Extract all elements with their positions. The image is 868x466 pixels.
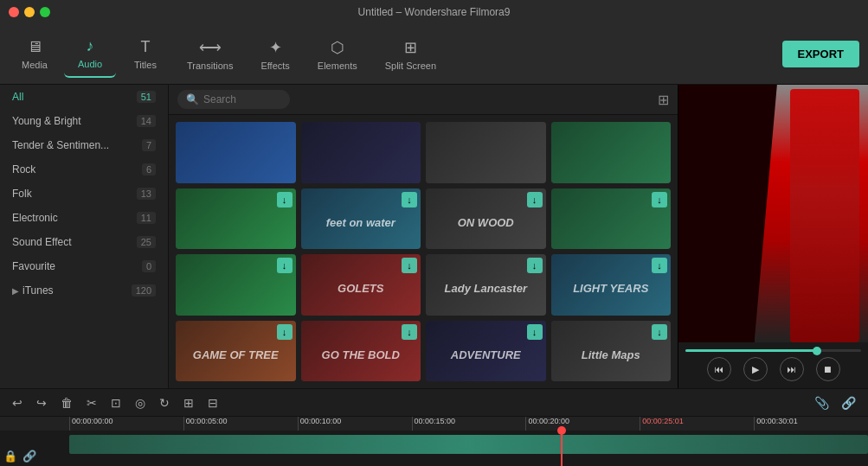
download-btn-m10[interactable]: ↓ (402, 258, 417, 273)
playback-buttons: ⏮ ▶ ⏭ ⏹ (685, 357, 861, 381)
media-card-m9[interactable]: ↓Garret B...Star Dust (176, 254, 296, 316)
media-card-m6[interactable]: feet on water↓Feet On...d Moment (301, 188, 421, 250)
sidebar-item-favourite[interactable]: Favourite 0 (0, 254, 168, 278)
sidebar-tender-label: Tender & Sentimen... (12, 139, 109, 151)
search-input[interactable] (203, 93, 281, 105)
sidebar-item-soundeffect[interactable]: Sound Effect 25 (0, 230, 168, 254)
media-card-m7[interactable]: ON WOOD↓Feet on...Way Down (426, 188, 546, 250)
sidebar-item-tender[interactable]: Tender & Sentimen... 7 (0, 133, 168, 157)
delete-button[interactable]: 🗑 (57, 394, 76, 412)
forward-button[interactable]: ⏭ (780, 357, 804, 381)
sidebar-itunes-count: 120 (132, 284, 156, 297)
play-button[interactable]: ▶ (743, 357, 768, 381)
sidebar-soundeffect-label: Sound Effect (12, 236, 72, 248)
download-btn-m14[interactable]: ↓ (402, 324, 417, 340)
media-icon: 🖥 (27, 38, 42, 56)
sidebar-all-label: All (12, 91, 23, 103)
lock-button[interactable]: 🔒 (3, 450, 17, 463)
toolbar-elements[interactable]: ⬡ Elements (305, 30, 370, 78)
toolbar-effects[interactable]: ✦ Effects (248, 30, 301, 78)
sidebar-tender-count: 7 (142, 139, 156, 151)
download-btn-m8[interactable]: ↓ (652, 192, 667, 207)
toolbar-splitscreen[interactable]: ⊞ Split Screen (373, 30, 448, 78)
undo-button[interactable]: ↩ (9, 394, 26, 412)
sidebar-youngbright-count: 14 (137, 115, 156, 127)
sidebar-item-folk[interactable]: Folk 13 (0, 182, 168, 206)
splitscreen-label: Split Screen (385, 61, 436, 71)
adjust-button[interactable]: ⊟ (204, 394, 222, 412)
titlebar: Untitled – Wondershare Filmora9 (0, 0, 868, 24)
sidebar-item-itunes[interactable]: ▶ iTunes 120 (0, 278, 168, 303)
media-card-m1[interactable]: Benjamin... – Lullaby (176, 122, 296, 183)
ruler-tick-2: 00:00:10:00 (298, 417, 412, 431)
sidebar-rock-label: Rock (12, 163, 35, 176)
media-card-m13[interactable]: GAME OF TREE↓Lights on...Of Trees (176, 321, 296, 382)
link-button[interactable]: 🔗 (838, 394, 859, 412)
progress-bar[interactable] (685, 349, 861, 352)
snap-button[interactable]: 📎 (811, 394, 833, 412)
effects-label: Effects (260, 61, 289, 71)
toolbar-titles[interactable]: T Titles (119, 30, 171, 78)
sidebar-item-all[interactable]: All 51 (0, 85, 168, 109)
download-btn-m5[interactable]: ↓ (277, 192, 293, 207)
maximize-button[interactable] (40, 7, 50, 17)
toolbar-media[interactable]: 🖥 Media (9, 30, 61, 78)
transitions-icon: ⟷ (199, 38, 222, 57)
download-btn-m12[interactable]: ↓ (652, 258, 667, 273)
media-card-m8[interactable]: ↓Garret B...e – Infinite (551, 188, 672, 250)
sidebar-item-rock[interactable]: Rock 6 (0, 157, 168, 182)
export-button[interactable]: EXPORT (782, 41, 859, 67)
cut-button[interactable]: ✂ (83, 394, 100, 412)
media-card-m15[interactable]: ADVENTURE↓Lior seke...dventure (426, 321, 546, 382)
sidebar-item-youngbright[interactable]: Young & Bright 14 (0, 109, 168, 133)
sidebar-folk-label: Folk (12, 188, 32, 200)
ruler-tick-1: 00:00:05:00 (183, 417, 298, 431)
toolbar-transitions[interactable]: ⟷ Transitions (175, 30, 245, 78)
media-card-m16[interactable]: Little Maps↓Little Maps – Eddie (551, 321, 672, 382)
media-card-m4[interactable]: Earth – T...emories (551, 122, 672, 183)
media-card-m14[interactable]: GO THE BOLD↓Lights on...e For Us (301, 321, 421, 382)
rotate-button[interactable]: ↻ (156, 394, 173, 412)
sidebar-item-electronic[interactable]: Electronic 11 (0, 206, 168, 230)
media-card-m12[interactable]: LIGHT YEARS↓Light Yea...Take Off (551, 254, 672, 316)
link2-button[interactable]: 🔗 (23, 450, 36, 463)
titles-icon: T (141, 38, 151, 56)
media-card-m3[interactable]: Drift – Pages Turn (426, 122, 546, 183)
download-btn-m16[interactable]: ↓ (652, 324, 667, 340)
timeline-area: ↩ ↪ 🗑 ✂ ⊡ ◎ ↻ ⊞ ⊟ 📎 🔗 00:00:00:00 00:00:… (0, 388, 868, 466)
preview-panel: ⏮ ▶ ⏭ ⏹ (678, 85, 868, 388)
transform-button[interactable]: ⊞ (180, 394, 197, 412)
window-controls[interactable] (9, 7, 50, 17)
sidebar-soundeffect-count: 25 (137, 236, 156, 248)
download-btn-m6[interactable]: ↓ (402, 192, 417, 207)
media-card-m2[interactable]: Drift – Drift (301, 122, 421, 183)
toolbar-items: 🖥 Media ♪ Audio T Titles ⟷ Transitions ✦… (9, 30, 782, 78)
close-button[interactable] (9, 7, 19, 17)
search-icon: 🔍 (186, 93, 199, 105)
media-card-m5[interactable]: ↓Eldar Ke...u And Me (176, 188, 296, 250)
window-title: Untitled – Wondershare Filmora9 (358, 6, 511, 18)
search-box: 🔍 (177, 90, 290, 109)
download-btn-m7[interactable]: ↓ (527, 192, 543, 207)
redo-button[interactable]: ↪ (33, 394, 50, 412)
sidebar-electronic-count: 11 (137, 212, 156, 224)
timeline-ruler: 00:00:00:00 00:00:05:00 00:00:10:00 00:0… (0, 417, 868, 431)
download-btn-m15[interactable]: ↓ (527, 324, 543, 340)
download-btn-m9[interactable]: ↓ (277, 258, 293, 273)
media-card-m11[interactable]: Lady Lancaster↓Lady Lan...rland Sky (426, 254, 546, 316)
elements-label: Elements (318, 61, 357, 71)
splitscreen-icon: ⊞ (404, 38, 417, 57)
minimize-button[interactable] (24, 7, 35, 17)
audio-button[interactable]: ◎ (132, 394, 149, 412)
stop-button[interactable]: ⏹ (816, 357, 840, 381)
download-btn-m11[interactable]: ↓ (527, 258, 543, 273)
progress-thumb (813, 347, 821, 355)
download-btn-m13[interactable]: ↓ (277, 324, 293, 340)
main-toolbar: 🖥 Media ♪ Audio T Titles ⟷ Transitions ✦… (0, 24, 868, 85)
rewind-button[interactable]: ⏮ (707, 357, 731, 381)
grid-view-icon[interactable]: ⊞ (658, 92, 669, 108)
media-card-m10[interactable]: GOLETS↓GOLET'S – Slaves (301, 254, 421, 316)
toolbar-audio[interactable]: ♪ Audio (64, 30, 116, 78)
crop-button[interactable]: ⊡ (107, 394, 125, 412)
progress-fill (685, 349, 817, 352)
